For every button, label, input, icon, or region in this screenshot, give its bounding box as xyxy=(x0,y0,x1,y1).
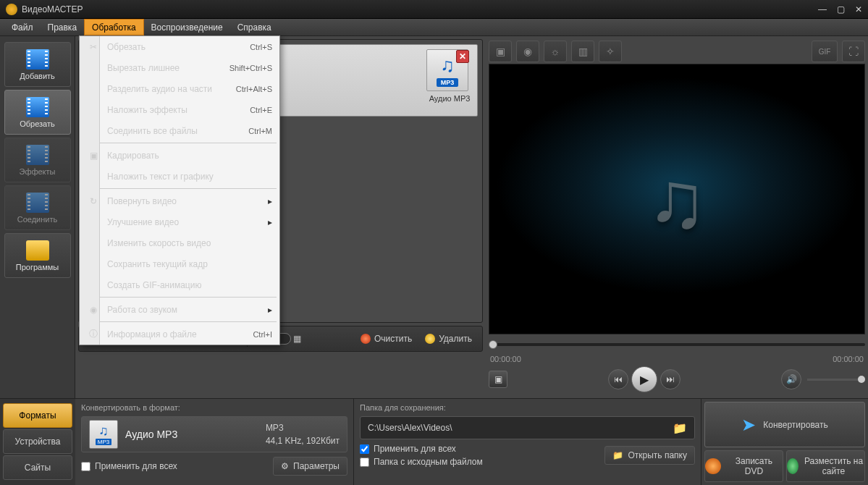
menu-item: Создать GIF-анимацию xyxy=(80,274,279,295)
volume-button[interactable]: 🔊 xyxy=(781,369,801,389)
delete-icon xyxy=(425,334,435,344)
menu-item: Соединить все файлыCtrl+M xyxy=(80,120,279,141)
film-fx-icon xyxy=(26,145,49,165)
format-selector[interactable]: ♫MP3 Аудио MP3 MP344,1 KHz, 192Кбит xyxy=(81,416,347,452)
effects-button[interactable]: Эффекты xyxy=(4,138,71,182)
menu-item: Наложить текст и графику xyxy=(80,166,279,187)
video-preview-area: ♫ xyxy=(489,64,865,334)
speed-tool-button[interactable]: ✧ xyxy=(599,41,622,62)
folder-panel-title: Папка для сохранения: xyxy=(360,403,695,412)
menu-item[interactable]: Вырезать лишнееShift+Ctrl+S xyxy=(80,57,279,78)
music-placeholder-icon: ♫ xyxy=(647,153,707,245)
music-note-icon: ♫ xyxy=(440,54,455,77)
burn-dvd-button[interactable]: Записать DVD xyxy=(704,450,783,482)
menu-item: Сохранить текущий кадр xyxy=(80,253,279,274)
menu-воспроизведение[interactable]: Воспроизведение xyxy=(144,19,230,35)
format-tab-2[interactable]: Сайты xyxy=(3,455,72,480)
app-icon xyxy=(6,4,17,15)
convert-button[interactable]: ➤ Конвертировать xyxy=(704,402,865,447)
grid-view-icon: ▦ xyxy=(293,334,301,344)
trim-button[interactable]: Обрезать xyxy=(4,90,71,135)
tool-label: Соединить xyxy=(17,215,58,224)
join-button[interactable]: Соединить xyxy=(4,185,71,230)
menu-item[interactable]: ◉Работа со звуком▸ xyxy=(80,299,279,320)
clear-icon xyxy=(361,334,371,344)
capture-frame-button[interactable]: ▣ xyxy=(489,371,507,388)
prev-button[interactable]: ⏮ xyxy=(608,369,628,389)
clear-button[interactable]: Очистить xyxy=(356,332,416,346)
tool-label: Обрезать xyxy=(20,119,55,128)
submenu-arrow-icon: ▸ xyxy=(268,217,272,227)
menu-item-icon xyxy=(87,237,100,250)
menu-обработка[interactable]: Обработка xyxy=(84,19,144,35)
menu-правка[interactable]: Правка xyxy=(41,19,85,35)
format-panel-title: Конвертировать в формат: xyxy=(81,403,347,412)
minimize-button[interactable]: ― xyxy=(818,4,827,14)
open-folder-button[interactable]: 📁Открыть папку xyxy=(604,446,695,465)
delete-button[interactable]: Удалить xyxy=(421,332,476,346)
menu-item[interactable]: Разделить аудио на частиCtrl+Alt+S xyxy=(80,78,279,99)
format-tab-1[interactable]: Устройства xyxy=(3,429,72,454)
music-note-icon: ♫ xyxy=(98,423,109,439)
left-toolbar: ДобавитьОбрезатьЭффектыСоединитьПрограмм… xyxy=(0,36,75,398)
gif-button[interactable]: GIF xyxy=(812,41,838,62)
menu-item-icon: ✂ xyxy=(87,41,100,54)
menu-item: ▣Кадрировать xyxy=(80,145,279,166)
next-button[interactable]: ⏭ xyxy=(660,369,681,389)
same-folder-checkbox[interactable]: Папка с исходным файлом xyxy=(360,457,483,467)
close-button[interactable]: ✕ xyxy=(855,4,862,14)
submenu-arrow-icon: ▸ xyxy=(268,196,272,206)
time-current: 00:00:00 xyxy=(490,355,521,363)
menu-item: Изменить скорость видео xyxy=(80,232,279,253)
programs-button[interactable]: Программы xyxy=(4,233,71,278)
apply-all-format-checkbox[interactable]: Применить для всех xyxy=(81,461,177,471)
add-button[interactable]: Добавить xyxy=(4,42,71,87)
output-path-input[interactable]: C:\Users\Alex\Videos\ 📁 xyxy=(360,416,695,439)
brightness-tool-button[interactable]: ☼ xyxy=(544,41,567,62)
key-icon xyxy=(26,240,49,261)
menu-item[interactable]: ⓘИнформация о файлеCtrl+I xyxy=(80,324,279,345)
menu-item: Улучшение видео▸ xyxy=(80,211,279,232)
globe-icon xyxy=(787,458,799,474)
publish-site-button[interactable]: Разместить на сайте xyxy=(786,450,865,482)
preview-pane: ▣ ◉ ☼ ▥ ✧ GIF ⛶ ♫ 00:00:00 00:00:00 ▣ xyxy=(486,36,868,398)
processing-menu-dropdown: ✂ОбрезатьCtrl+SВырезать лишнееShift+Ctrl… xyxy=(79,35,280,345)
film-add-icon xyxy=(26,49,49,69)
parameters-button[interactable]: ⚙Параметры xyxy=(273,457,347,476)
play-button[interactable]: ▶ xyxy=(631,366,657,392)
titlebar: ВидеоМАСТЕР ― ▢ ✕ xyxy=(0,0,868,19)
crop-tool-button[interactable]: ▣ xyxy=(489,41,512,62)
menu-файл[interactable]: Файл xyxy=(4,19,41,35)
menu-item-icon xyxy=(87,62,100,75)
mp3-badge: MP3 xyxy=(437,78,459,87)
remove-file-button[interactable]: ✕ xyxy=(456,50,469,63)
menu-item-icon xyxy=(87,125,100,138)
format-tabs: ФорматыУстройстваСайты xyxy=(0,399,75,485)
arrow-right-icon: ➤ xyxy=(741,415,756,435)
film-tool-button[interactable]: ▥ xyxy=(571,41,594,62)
menu-item-icon: ◉ xyxy=(87,303,100,316)
tool-label: Добавить xyxy=(20,72,55,80)
menu-item[interactable]: ✂ОбрезатьCtrl+S xyxy=(80,36,279,57)
fullscreen-button[interactable]: ⛶ xyxy=(842,41,865,62)
submenu-arrow-icon: ▸ xyxy=(268,305,272,315)
menu-item-icon xyxy=(87,216,100,229)
menu-item-icon xyxy=(87,279,100,292)
menu-item-icon: ⓘ xyxy=(87,328,100,341)
volume-slider[interactable] xyxy=(807,379,865,381)
menu-item: ↻Повернуть видео▸ xyxy=(80,190,279,211)
apply-all-folder-checkbox[interactable]: Применить для всех xyxy=(360,444,483,454)
maximize-button[interactable]: ▢ xyxy=(837,4,845,14)
menu-справка[interactable]: Справка xyxy=(230,19,279,35)
app-title: ВидеоМАСТЕР xyxy=(22,4,83,14)
tool-label: Эффекты xyxy=(19,167,55,176)
menu-item-icon: ↻ xyxy=(87,195,100,208)
seek-slider[interactable] xyxy=(489,343,865,346)
time-total: 00:00:00 xyxy=(833,355,864,363)
browse-folder-icon[interactable]: 📁 xyxy=(673,421,687,435)
format-tab-0[interactable]: Форматы xyxy=(3,403,72,428)
tool-label: Программы xyxy=(16,263,59,271)
snapshot-tool-button[interactable]: ◉ xyxy=(516,41,539,62)
film-join-icon xyxy=(26,193,49,213)
preview-toolbar: ▣ ◉ ☼ ▥ ✧ GIF ⛶ xyxy=(489,39,865,64)
